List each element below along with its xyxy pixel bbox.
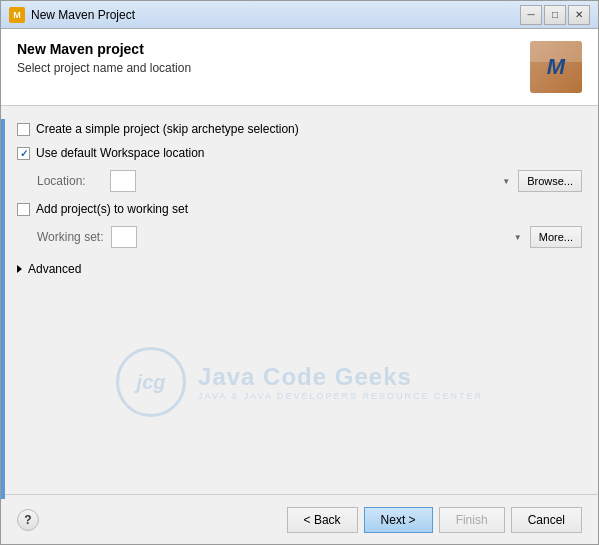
watermark-area: jcg Java Code Geeks Java & Java Develope… [17, 286, 582, 478]
back-button[interactable]: < Back [287, 507, 358, 533]
jcg-sub-text: Java & Java Developers Resource Center [198, 391, 483, 401]
next-button[interactable]: Next > [364, 507, 433, 533]
working-set-field-row: Working set: More... [37, 226, 582, 248]
title-bar: M New Maven Project ─ □ ✕ [1, 1, 598, 29]
maven-icon-letter: M [547, 54, 565, 80]
left-accent-bar [1, 119, 5, 499]
dialog-footer: ? < Back Next > Finish Cancel [1, 494, 598, 544]
header-text: New Maven project Select project name an… [17, 41, 191, 75]
working-set-label[interactable]: Add project(s) to working set [17, 202, 188, 216]
footer-buttons: < Back Next > Finish Cancel [287, 507, 582, 533]
cancel-button[interactable]: Cancel [511, 507, 582, 533]
working-set-row: Add project(s) to working set [17, 202, 582, 216]
dialog-content: New Maven project Select project name an… [1, 29, 598, 544]
location-label: Location: [37, 174, 102, 188]
footer-left: ? [17, 509, 39, 531]
main-window: M New Maven Project ─ □ ✕ New Maven proj… [0, 0, 599, 545]
default-workspace-label[interactable]: Use default Workspace location [17, 146, 205, 160]
working-set-input-group: More... [111, 226, 582, 248]
form-area: Create a simple project (skip archetype … [1, 106, 598, 494]
close-button[interactable]: ✕ [568, 5, 590, 25]
location-select[interactable] [110, 170, 136, 192]
jcg-text-block: Java Code Geeks Java & Java Developers R… [198, 363, 483, 401]
browse-button[interactable]: Browse... [518, 170, 582, 192]
advanced-toggle-icon[interactable] [17, 265, 22, 273]
finish-button[interactable]: Finish [439, 507, 505, 533]
dialog-title: New Maven project [17, 41, 191, 57]
more-button[interactable]: More... [530, 226, 582, 248]
working-set-field-label: Working set: [37, 230, 103, 244]
default-workspace-row: Use default Workspace location [17, 146, 582, 160]
jcg-main-text: Java Code Geeks [198, 363, 483, 391]
maximize-button[interactable]: □ [544, 5, 566, 25]
working-set-checkbox[interactable] [17, 203, 30, 216]
title-bar-buttons: ─ □ ✕ [520, 5, 590, 25]
simple-project-label[interactable]: Create a simple project (skip archetype … [17, 122, 299, 136]
jcg-logo: jcg Java Code Geeks Java & Java Develope… [116, 347, 483, 417]
jcg-circle-logo: jcg [116, 347, 186, 417]
dialog-subtitle: Select project name and location [17, 61, 191, 75]
dialog-header: New Maven project Select project name an… [1, 29, 598, 106]
location-input-group: Browse... [110, 170, 582, 192]
maven-icon: M [530, 41, 582, 93]
minimize-button[interactable]: ─ [520, 5, 542, 25]
simple-project-checkbox[interactable] [17, 123, 30, 136]
default-workspace-checkbox[interactable] [17, 147, 30, 160]
advanced-section: Advanced [17, 262, 582, 276]
working-set-select-wrapper [111, 226, 525, 248]
window-title: New Maven Project [31, 8, 520, 22]
working-set-select[interactable] [111, 226, 137, 248]
window-icon: M [9, 7, 25, 23]
help-button[interactable]: ? [17, 509, 39, 531]
simple-project-row: Create a simple project (skip archetype … [17, 122, 582, 136]
location-select-wrapper [110, 170, 514, 192]
location-row: Location: Browse... [37, 170, 582, 192]
advanced-label[interactable]: Advanced [28, 262, 81, 276]
